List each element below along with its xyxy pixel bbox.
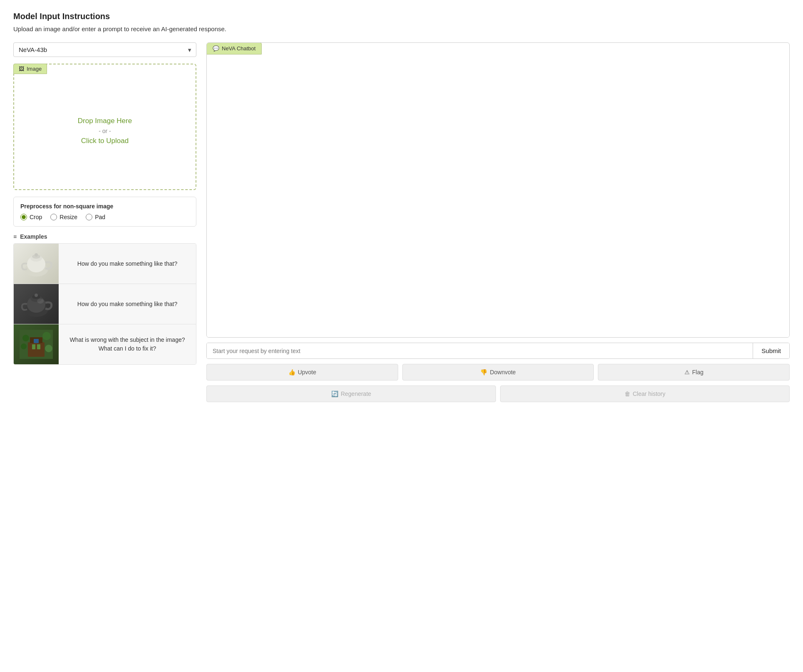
drop-or-text: - or - — [99, 128, 111, 134]
examples-icon: ≡ — [13, 233, 17, 240]
radio-crop-label: Crop — [30, 214, 42, 220]
image-icon: 🖼 — [19, 66, 24, 72]
preprocess-box: Preprocess for non-square image Crop Res… — [13, 197, 196, 227]
clear-icon: 🗑 — [625, 390, 630, 397]
drop-primary-text: Drop Image Here — [78, 117, 132, 125]
svg-rect-14 — [32, 344, 35, 349]
example-text-3: What is wrong with the subject in the im… — [59, 331, 196, 358]
svg-point-20 — [45, 345, 52, 352]
radio-crop-input[interactable] — [20, 214, 27, 220]
regenerate-button[interactable]: 🔄 Regenerate — [206, 385, 496, 402]
examples-label: Examples — [20, 233, 47, 240]
radio-resize[interactable]: Resize — [50, 214, 77, 220]
action-row-1: 👍 Upvote 👎 Downvote ⚠ Flag — [206, 364, 790, 380]
downvote-button[interactable]: 👎 Downvote — [402, 364, 594, 380]
example-text-1: How do you make something like that? — [59, 254, 196, 273]
svg-point-18 — [42, 332, 51, 340]
chatbot-header: 💬 NeVA Chatbot — [206, 42, 262, 54]
examples-list: How do you make something like that? — [13, 243, 196, 365]
example-thumb-2 — [14, 284, 59, 324]
example-thumb-1 — [14, 244, 59, 284]
drop-secondary-text: Click to Upload — [81, 137, 129, 145]
chatbot-tab-label: NeVA Chatbot — [222, 45, 255, 52]
action-row-2: 🔄 Regenerate 🗑 Clear history — [206, 385, 790, 402]
text-input[interactable] — [207, 343, 753, 358]
preprocess-label: Preprocess for non-square image — [20, 203, 189, 210]
chatbot-panel: 💬 NeVA Chatbot — [206, 42, 790, 338]
downvote-icon: 👎 — [480, 369, 487, 376]
image-tab: 🖼 Image — [13, 64, 47, 74]
chat-icon: 💬 — [213, 45, 219, 52]
model-select[interactable]: NeVA-43b NeVA-22b NeVA-13b — [13, 42, 196, 57]
upvote-label: Upvote — [298, 369, 316, 376]
flag-icon: ⚠ — [684, 369, 690, 376]
left-column: NeVA-43b NeVA-22b NeVA-13b ▼ 🖼 Image Dro… — [13, 42, 196, 365]
radio-resize-input[interactable] — [50, 214, 57, 220]
clear-history-button[interactable]: 🗑 Clear history — [500, 385, 790, 402]
page-subtitle: Upload an image and/or enter a prompt to… — [13, 25, 790, 32]
page-title: Model Input Instructions — [13, 12, 790, 21]
svg-rect-16 — [34, 339, 39, 343]
svg-point-4 — [35, 253, 38, 257]
image-upload-container[interactable]: 🖼 Image Drop Image Here - or - Click to … — [13, 64, 196, 190]
svg-point-17 — [22, 335, 29, 341]
drop-zone[interactable]: Drop Image Here - or - Click to Upload — [14, 64, 196, 189]
examples-header: ≡ Examples — [13, 233, 196, 240]
radio-pad[interactable]: Pad — [86, 214, 105, 220]
flag-label: Flag — [692, 369, 704, 376]
examples-section: ≡ Examples — [13, 233, 196, 365]
regenerate-icon: 🔄 — [331, 390, 338, 397]
svg-point-10 — [37, 299, 44, 304]
chatbot-body — [207, 54, 789, 337]
list-item[interactable]: How do you make something like that? — [14, 244, 196, 284]
example-thumb-3 — [14, 324, 59, 364]
svg-point-19 — [21, 343, 27, 349]
preprocess-radio-group: Crop Resize Pad — [20, 214, 189, 220]
upvote-button[interactable]: 👍 Upvote — [206, 364, 398, 380]
list-item[interactable]: How do you make something like that? — [14, 284, 196, 324]
example-text-2: How do you make something like that? — [59, 295, 196, 314]
right-column: 💬 NeVA Chatbot Submit 👍 Upvote 👎 — [206, 42, 790, 402]
list-item[interactable]: What is wrong with the subject in the im… — [14, 324, 196, 364]
svg-rect-15 — [37, 344, 40, 349]
model-select-wrapper: NeVA-43b NeVA-22b NeVA-13b ▼ — [13, 42, 196, 57]
flag-button[interactable]: ⚠ Flag — [598, 364, 790, 380]
radio-resize-label: Resize — [59, 214, 77, 220]
radio-crop[interactable]: Crop — [20, 214, 42, 220]
radio-pad-label: Pad — [95, 214, 105, 220]
downvote-label: Downvote — [490, 369, 516, 376]
regenerate-label: Regenerate — [341, 390, 371, 397]
radio-pad-input[interactable] — [86, 214, 92, 220]
svg-rect-12 — [28, 342, 45, 357]
submit-button[interactable]: Submit — [753, 343, 789, 358]
upvote-icon: 👍 — [288, 369, 295, 376]
image-tab-label: Image — [27, 66, 42, 72]
svg-point-9 — [35, 294, 38, 297]
input-row: Submit — [206, 343, 790, 359]
clear-history-label: Clear history — [633, 390, 666, 397]
